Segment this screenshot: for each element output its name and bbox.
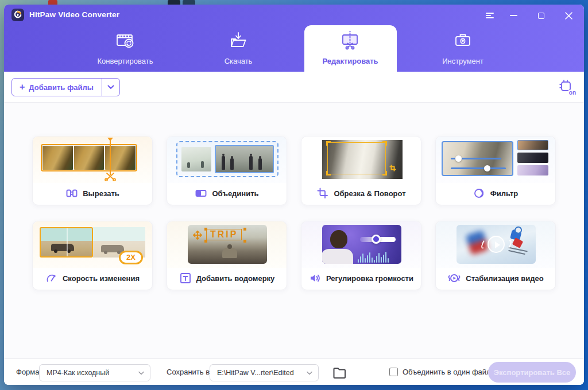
title-bar: HitPaw Video Converter — [4, 5, 584, 25]
speed-thumbnail: 2X — [33, 221, 152, 268]
stabilize-feature-icon — [447, 272, 461, 284]
watermark-text: TRIP — [206, 229, 242, 240]
card-stabilize[interactable]: Стабилизация видео — [435, 221, 556, 290]
crop-frame — [327, 142, 386, 174]
minimize-icon[interactable] — [505, 9, 522, 22]
merge-into-one-label: Объединить в один файл — [403, 368, 491, 376]
close-icon[interactable] — [560, 9, 577, 22]
save-path-value: E:\HitPaw V...rter\Edited — [217, 369, 294, 377]
hardware-accel-on-label: on — [568, 90, 576, 96]
card-speed[interactable]: 2X Скорость изменения — [32, 221, 153, 290]
add-files-dropdown-arrow[interactable] — [102, 79, 119, 96]
filter-preview-normal — [517, 140, 548, 150]
watermark-feature-icon — [179, 272, 192, 284]
format-value: MP4-Как исходный — [47, 369, 109, 377]
save-to-label: Сохранить в: — [167, 368, 212, 376]
audio-waveform — [358, 250, 398, 263]
desktop-icon — [183, 0, 195, 5]
filter-thumbnail — [436, 136, 555, 183]
card-cut[interactable]: Вырезать — [32, 136, 153, 205]
filter-preview-dark — [517, 153, 548, 163]
card-volume[interactable]: Регулировка громкости — [301, 221, 421, 290]
filter-feature-icon — [473, 187, 486, 200]
tab-convert-label: Конвертировать — [79, 57, 171, 65]
filter-preview-light — [517, 165, 548, 176]
cut-feature-icon — [65, 187, 78, 200]
watermark-thumbnail: TRIP — [167, 221, 287, 268]
merge-thumbnail — [167, 136, 287, 183]
cut-marker — [110, 139, 111, 175]
plus-icon: + — [20, 83, 25, 92]
card-watermark[interactable]: TRIP Добавить водомерку — [167, 221, 287, 290]
filmstrip — [41, 144, 137, 171]
card-stabilize-label: Стабилизация видео — [466, 274, 543, 283]
cut-thumbnail — [33, 136, 152, 183]
card-speed-label: Скорость изменения — [63, 274, 140, 283]
card-merge-label: Объединить — [212, 189, 258, 198]
stabilize-thumbnail — [436, 221, 555, 268]
card-cut-label: Вырезать — [83, 189, 119, 198]
convert-icon — [114, 30, 136, 54]
chevron-down-icon — [307, 371, 312, 375]
card-filter-label: Фильтр — [490, 189, 519, 198]
crop-overlay-icon — [389, 164, 398, 176]
merge-into-one-checkbox[interactable] — [389, 368, 398, 376]
move-arrows-icon — [192, 230, 203, 243]
open-folder-button[interactable] — [331, 365, 348, 381]
merge-dashed-frame — [176, 141, 278, 177]
download-icon — [227, 30, 249, 54]
folder-icon — [332, 366, 346, 379]
edit-icon — [339, 30, 361, 54]
footer-bar: Формат: MP4-Как исходный Сохранить в: E:… — [4, 358, 584, 385]
crop-feature-icon — [316, 187, 329, 200]
add-files-label: Добавить файлы — [29, 83, 94, 92]
card-watermark-label: Добавить водомерку — [196, 274, 275, 283]
tab-download[interactable]: Скачать — [192, 30, 284, 65]
tab-convert[interactable]: Конвертировать — [79, 30, 171, 65]
tab-download-label: Скачать — [192, 57, 284, 65]
card-crop-rotate[interactable]: Обрезка & Поворот — [301, 136, 421, 205]
card-volume-label: Регулировка громкости — [326, 274, 413, 283]
app-logo-icon — [11, 9, 24, 21]
card-crop-rotate-label: Обрезка & Поворот — [334, 189, 405, 198]
add-files-button[interactable]: + Добавить файлы — [12, 79, 102, 96]
merge-feature-icon — [195, 187, 207, 200]
card-filter[interactable]: Фильтр — [435, 136, 556, 205]
chevron-down-icon — [138, 371, 144, 375]
add-files-split-button: + Добавить файлы — [11, 78, 120, 96]
speed-feature-icon — [45, 272, 58, 284]
desktop-icon — [48, 0, 57, 5]
speed-badge: 2X — [119, 251, 143, 264]
tab-edit[interactable]: Редактировать — [304, 30, 396, 65]
export-all-button[interactable]: Экспортировать Все — [488, 362, 576, 383]
volume-feature-icon — [309, 272, 322, 284]
tab-tool[interactable]: Инструмент — [417, 30, 509, 65]
toolbox-icon — [452, 30, 474, 54]
maximize-icon[interactable] — [532, 9, 550, 22]
header: HitPaw Video Converter К — [4, 5, 584, 72]
desktop-icon — [168, 0, 180, 5]
format-select[interactable]: MP4-Как исходный — [39, 364, 150, 381]
tab-edit-label: Редактировать — [304, 57, 396, 65]
tab-tool-label: Инструмент — [417, 57, 509, 65]
app-window: HitPaw Video Converter К — [4, 5, 584, 385]
save-path-select[interactable]: E:\HitPaw V...rter\Edited — [210, 364, 319, 381]
hardware-acceleration-toggle[interactable]: on — [557, 77, 577, 97]
volume-thumbnail — [301, 221, 421, 268]
menu-icon[interactable] — [481, 9, 498, 22]
toolbar: + Добавить файлы on — [4, 72, 584, 102]
card-merge[interactable]: Объединить — [167, 136, 287, 205]
play-icon — [488, 236, 505, 253]
crop-thumbnail — [301, 136, 421, 183]
window-title: HitPaw Video Converter — [29, 10, 119, 19]
